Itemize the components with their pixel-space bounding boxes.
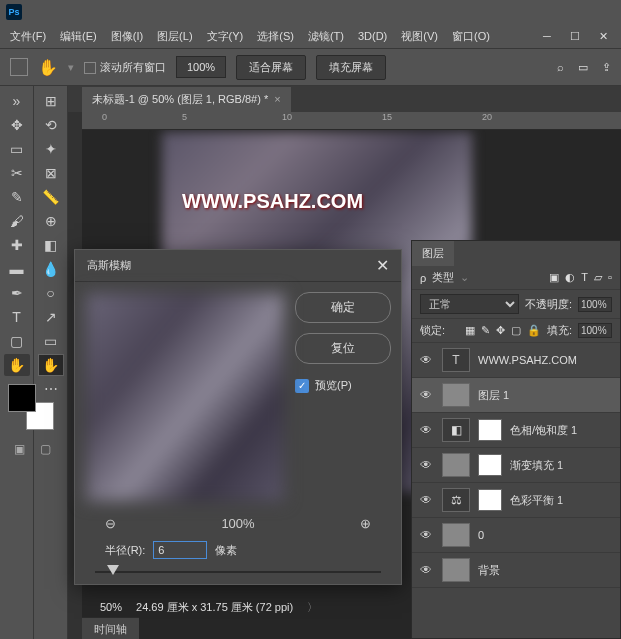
filter-smart-icon[interactable]: ▫ <box>608 271 612 284</box>
lasso-tool[interactable]: ⟲ <box>38 114 64 136</box>
search-icon[interactable]: ⌕ <box>557 61 564 74</box>
dialog-titlebar[interactable]: 高斯模糊 ✕ <box>75 250 401 282</box>
lock-all-icon[interactable]: 🔒 <box>527 324 541 337</box>
wand-tool[interactable]: ✦ <box>38 138 64 160</box>
layer-item[interactable]: 👁TWWW.PSAHZ.COM <box>412 343 620 378</box>
expand-icon[interactable]: » <box>4 90 30 112</box>
close-button[interactable]: ✕ <box>589 26 617 46</box>
lock-pixels-icon[interactable]: ▦ <box>465 324 475 337</box>
lock-brush-icon[interactable]: ✎ <box>481 324 490 337</box>
fill-input[interactable] <box>578 323 612 338</box>
visibility-icon[interactable]: 👁 <box>420 528 434 542</box>
frame-tool[interactable]: ⊠ <box>38 162 64 184</box>
visibility-icon[interactable]: 👁 <box>420 563 434 577</box>
radius-slider[interactable] <box>95 565 381 579</box>
crop-tool[interactable]: ✂ <box>4 162 30 184</box>
visibility-icon[interactable]: 👁 <box>420 388 434 402</box>
quickmask-icon[interactable]: ▣ <box>14 442 25 456</box>
ok-button[interactable]: 确定 <box>295 292 391 323</box>
dialog-zoom: 100% <box>221 516 254 531</box>
zoom-out-icon[interactable]: ⊖ <box>105 516 116 531</box>
menu-select[interactable]: 选择(S) <box>251 27 300 46</box>
artboard-tool[interactable]: ⊞ <box>38 90 64 112</box>
layer-item[interactable]: 👁⚖色彩平衡 1 <box>412 483 620 518</box>
eraser-tool[interactable]: ◧ <box>38 234 64 256</box>
filter-shape-icon[interactable]: ▱ <box>594 271 602 284</box>
share-icon[interactable]: ⇪ <box>602 61 611 74</box>
maximize-button[interactable]: ☐ <box>561 26 589 46</box>
visibility-icon[interactable]: 👁 <box>420 423 434 437</box>
menu-window[interactable]: 窗口(O) <box>446 27 496 46</box>
pen-tool[interactable]: ✒ <box>4 282 30 304</box>
color-swatches[interactable] <box>8 384 60 432</box>
layer-item[interactable]: 👁0 <box>412 518 620 553</box>
dialog-close-icon[interactable]: ✕ <box>376 256 389 275</box>
layers-panel: 图层 ρ类型⌄ ▣◐T▱▫ 正常 不透明度: 锁定: ▦✎✥▢🔒 填充: 👁TW… <box>411 240 621 639</box>
zoom-in-icon[interactable]: ⊕ <box>360 516 371 531</box>
visibility-icon[interactable]: 👁 <box>420 493 434 507</box>
gradient-tool[interactable]: ▬ <box>4 258 30 280</box>
filter-pixel-icon[interactable]: ▣ <box>549 271 559 284</box>
lock-artboard-icon[interactable]: ▢ <box>511 324 521 337</box>
filter-adj-icon[interactable]: ◐ <box>565 271 575 284</box>
layer-thumbnail <box>442 558 470 582</box>
menu-file[interactable]: 文件(F) <box>4 27 52 46</box>
menu-filter[interactable]: 滤镜(T) <box>302 27 350 46</box>
visibility-icon[interactable]: 👁 <box>420 353 434 367</box>
healing-tool[interactable]: ✚ <box>4 234 30 256</box>
lock-move-icon[interactable]: ✥ <box>496 324 505 337</box>
status-zoom[interactable]: 50% <box>100 601 122 613</box>
ruler-tool[interactable]: 📏 <box>38 186 64 208</box>
minimize-button[interactable]: ─ <box>533 26 561 46</box>
home-icon[interactable] <box>10 58 28 76</box>
path-tool[interactable]: ↗ <box>38 306 64 328</box>
scroll-all-checkbox[interactable]: 滚动所有窗口 <box>84 60 166 75</box>
menu-type[interactable]: 文字(Y) <box>201 27 250 46</box>
type-tool[interactable]: T <box>4 306 30 328</box>
brush-tool[interactable]: 🖌 <box>4 210 30 232</box>
layer-item[interactable]: 👁渐变填充 1 <box>412 448 620 483</box>
layer-list: 👁TWWW.PSAHZ.COM 👁图层 1 👁◧色相/饱和度 1 👁渐变填充 1… <box>412 343 620 588</box>
move-tool[interactable]: ✥ <box>4 114 30 136</box>
workspace-icon[interactable]: ▭ <box>578 61 588 74</box>
rect-tool[interactable]: ▭ <box>38 330 64 352</box>
hand-tool-2[interactable]: ✋ <box>38 354 64 376</box>
app-logo: Ps <box>6 4 22 20</box>
preview-checkbox[interactable]: ✓ 预览(P) <box>295 378 391 393</box>
fit-screen-button[interactable]: 适合屏幕 <box>236 55 306 80</box>
filter-type-icon[interactable]: T <box>581 271 588 284</box>
timeline-tab[interactable]: 时间轴 <box>82 617 139 639</box>
visibility-icon[interactable]: 👁 <box>420 458 434 472</box>
layers-tab[interactable]: 图层 <box>412 241 454 266</box>
blur-tool[interactable]: 💧 <box>38 258 64 280</box>
layer-item[interactable]: 👁◧色相/饱和度 1 <box>412 413 620 448</box>
reset-button[interactable]: 复位 <box>295 333 391 364</box>
dodge-tool[interactable]: ○ <box>38 282 64 304</box>
title-bar: Ps <box>0 0 621 24</box>
clone-tool[interactable]: ⊕ <box>38 210 64 232</box>
menu-3d[interactable]: 3D(D) <box>352 28 393 44</box>
menu-layer[interactable]: 图层(L) <box>151 27 198 46</box>
shape-tool[interactable]: ▢ <box>4 330 30 352</box>
radius-input[interactable] <box>153 541 207 559</box>
menu-view[interactable]: 视图(V) <box>395 27 444 46</box>
layer-item[interactable]: 👁图层 1 <box>412 378 620 413</box>
opacity-input[interactable] <box>578 297 612 312</box>
fill-screen-button[interactable]: 填充屏幕 <box>316 55 386 80</box>
options-bar: ✋ ▾ 滚动所有窗口 100% 适合屏幕 填充屏幕 ⌕ ▭ ⇪ <box>0 48 621 86</box>
radius-unit: 像素 <box>215 543 237 558</box>
zoom-value[interactable]: 100% <box>176 56 226 78</box>
foreground-swatch[interactable] <box>8 384 36 412</box>
screenmode-icon[interactable]: ▢ <box>40 442 51 456</box>
slider-thumb-icon[interactable] <box>107 565 119 575</box>
hand-tool-icon[interactable]: ✋ <box>38 58 58 77</box>
menu-image[interactable]: 图像(I) <box>105 27 149 46</box>
hand-tool[interactable]: ✋ <box>4 354 30 376</box>
dialog-preview[interactable] <box>85 292 285 502</box>
menu-edit[interactable]: 编辑(E) <box>54 27 103 46</box>
blend-mode-select[interactable]: 正常 <box>420 294 519 314</box>
layer-item[interactable]: 👁背景 <box>412 553 620 588</box>
marquee-tool[interactable]: ▭ <box>4 138 30 160</box>
layer-thumbnail <box>442 523 470 547</box>
eyedropper-tool[interactable]: ✎ <box>4 186 30 208</box>
